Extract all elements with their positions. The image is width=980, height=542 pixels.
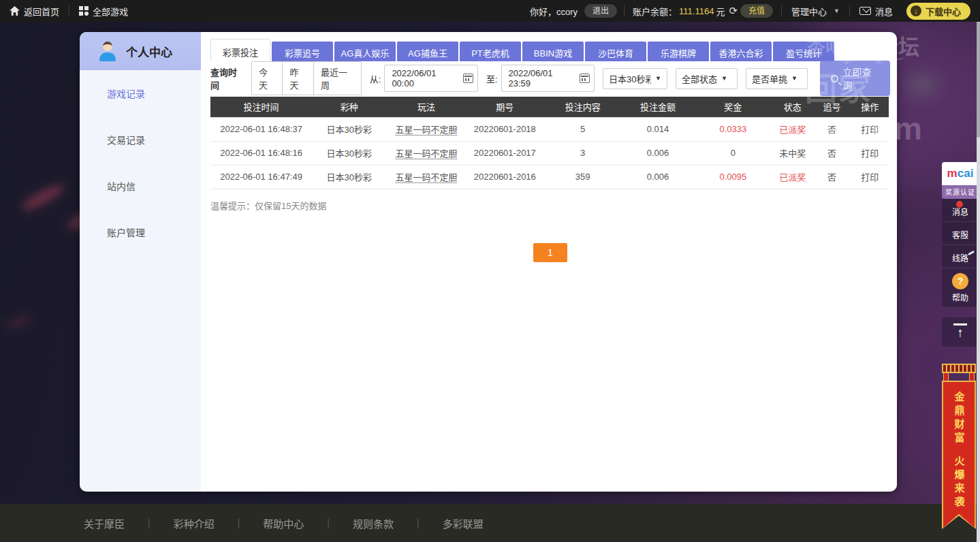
greeting-text: 你好，ccory <box>530 5 578 18</box>
quick-today-button[interactable]: 今天 <box>252 62 283 95</box>
cell-lottery: 日本30秒彩 <box>312 117 386 141</box>
arrow-up-icon: ↑ <box>957 325 964 340</box>
table-row: 2022-06-01 16:48:37 日本30秒彩 五星一码不定胆 20220… <box>210 117 889 141</box>
cert-logo: cai <box>958 167 974 180</box>
recharge-button[interactable]: 充值 <box>740 4 773 18</box>
table-row: 2022-06-01 16:48:16 日本30秒彩 五星一码不定胆 20220… <box>210 141 889 165</box>
col-play: 玩法 <box>386 97 466 117</box>
footer-link-alliance[interactable]: 多彩联盟 <box>439 516 488 530</box>
back-to-top-button[interactable]: ↑ <box>942 317 979 347</box>
cell-play-link[interactable]: 五星一码不定胆 <box>395 148 457 159</box>
cell-chase: 否 <box>813 117 851 141</box>
footer-link-about[interactable]: 关于摩臣 <box>80 516 129 530</box>
background-streak <box>5 314 33 330</box>
quick-yesterday-button[interactable]: 昨天 <box>283 62 313 95</box>
col-status: 状态 <box>772 97 813 117</box>
float-help-label: 帮助 <box>942 291 979 303</box>
help-icon: ? <box>952 273 968 289</box>
float-customer-service-button[interactable]: 客服 <box>942 222 979 245</box>
tab-saba-sports[interactable]: 沙巴体育 <box>585 42 646 61</box>
all-games-link[interactable]: 全部游戏 <box>69 0 138 22</box>
print-link[interactable]: 打印 <box>851 117 889 141</box>
tab-ag-fishing[interactable]: AG捕鱼王 <box>397 42 458 61</box>
cell-play-link[interactable]: 五星一码不定胆 <box>395 125 457 135</box>
single-pick-select[interactable]: 是否单挑 ▼ <box>746 68 808 89</box>
download-center-label: 下载中心 <box>926 5 961 18</box>
sidebar-item-account-management[interactable]: 账户管理 <box>80 209 201 255</box>
logout-button[interactable]: 退出 <box>584 4 617 18</box>
sidebar-item-game-records[interactable]: 游戏记录 <box>80 70 201 116</box>
scrollbar-thumb[interactable] <box>977 22 980 138</box>
envelope-icon <box>859 7 871 15</box>
home-link-label: 返回首页 <box>24 5 59 18</box>
float-messages-button[interactable]: 消息 <box>942 199 979 222</box>
quick-last-week-button[interactable]: 最近一周 <box>314 62 361 95</box>
page-1-button[interactable]: 1 <box>533 243 567 262</box>
cell-chase: 否 <box>813 141 851 165</box>
messages-link[interactable]: 消息 <box>850 0 902 22</box>
float-line-route-label: 线路 <box>942 252 979 264</box>
lottery-type-select[interactable]: 日本30秒彩 ▼ <box>603 68 667 89</box>
calendar-icon[interactable] <box>580 74 590 83</box>
footer-divider: | <box>148 517 151 528</box>
tab-pt-slots[interactable]: PT老虎机 <box>460 42 521 61</box>
prize-source-cert-badge[interactable]: mcai <box>942 162 979 185</box>
sidebar-item-transaction-records[interactable]: 交易记录 <box>80 116 201 163</box>
lottery-type-value: 日本30秒彩 <box>609 72 651 85</box>
from-date-input[interactable]: 2022/06/01 00:00 <box>384 65 478 92</box>
cell-bet-time: 2022-06-01 16:48:16 <box>210 141 312 165</box>
cell-content: 3 <box>543 141 622 165</box>
col-action: 操作 <box>851 97 889 117</box>
quick-range-group: 今天 昨天 最近一周 <box>251 61 362 95</box>
col-issue: 期号 <box>467 97 544 117</box>
single-pick-value: 是否单挑 <box>752 72 787 85</box>
tab-lottery-bets[interactable]: 彩票投注 <box>210 39 270 61</box>
tab-hk-mark-six[interactable]: 香港六合彩 <box>710 42 772 61</box>
to-date-input[interactable]: 2022/06/01 23:59 <box>501 65 595 92</box>
promo-banner[interactable]: 金鼎财富火爆来袭 <box>942 364 976 529</box>
tab-profit-stats[interactable]: 盈亏统计 <box>773 42 834 61</box>
tab-bbin-games[interactable]: BBIN游戏 <box>522 42 584 61</box>
footer-divider: | <box>238 517 240 528</box>
col-amount: 投注金额 <box>622 97 693 117</box>
footer-link-lottery-intro[interactable]: 彩种介绍 <box>170 516 219 530</box>
tab-ag-live[interactable]: AG真人娱乐 <box>334 42 396 61</box>
admin-center-menu[interactable]: 管理中心 ▼ <box>782 0 849 22</box>
chevron-down-icon: ▼ <box>721 75 727 82</box>
cell-issue: 20220601-2016 <box>467 165 544 189</box>
cell-play-link[interactable]: 五星一码不定胆 <box>395 172 457 182</box>
query-bar: 查询时间 今天 昨天 最近一周 从: 2022/06/01 00:00 至: 2… <box>210 68 890 89</box>
all-games-label: 全部游戏 <box>93 5 128 18</box>
user-avatar-icon <box>97 41 118 61</box>
cell-status: 已派奖 <box>772 117 813 141</box>
footer-link-rules[interactable]: 规则条款 <box>349 516 398 530</box>
tab-lottery-chase[interactable]: 彩票追号 <box>272 42 333 61</box>
col-chase: 追号 <box>813 97 851 117</box>
search-button[interactable]: 立即查询 <box>820 61 890 96</box>
print-link[interactable]: 打印 <box>851 141 889 165</box>
calendar-icon[interactable] <box>463 74 473 83</box>
refresh-balance-icon[interactable]: ⟳ <box>729 5 738 17</box>
col-content: 投注内容 <box>543 97 622 117</box>
cell-bet-time: 2022-06-01 16:47:49 <box>210 165 312 189</box>
status-select[interactable]: 全部状态 ▼ <box>676 68 738 89</box>
cert-logo-accent: m <box>947 167 958 180</box>
banner-ornament <box>942 364 976 373</box>
banner-line-2: 火爆来袭 <box>953 456 965 510</box>
float-help-button[interactable]: ? 帮助 <box>942 268 979 308</box>
tab-leyou-chess[interactable]: 乐游棋牌 <box>648 42 709 61</box>
footer-link-help-center[interactable]: 帮助中心 <box>259 516 308 530</box>
nav-divider <box>624 5 625 16</box>
status-value: 全部状态 <box>682 72 717 85</box>
home-link[interactable]: 返回首页 <box>0 0 69 22</box>
download-center-button[interactable]: ↓ 下载中心 <box>906 3 970 20</box>
sidebar-item-site-mail[interactable]: 站内信 <box>80 163 201 209</box>
table-row: 2022-06-01 16:47:49 日本30秒彩 五星一码不定胆 20220… <box>210 165 889 189</box>
from-date-value: 2022/06/01 00:00 <box>392 68 458 89</box>
float-line-route-button[interactable]: 线路 <box>942 245 979 268</box>
col-bet-time: 投注时间 <box>210 97 312 117</box>
print-link[interactable]: 打印 <box>851 165 889 189</box>
scrollbar[interactable] <box>977 22 980 542</box>
cell-issue: 20220601-2017 <box>467 141 544 165</box>
chevron-down-icon: ▼ <box>791 75 797 82</box>
